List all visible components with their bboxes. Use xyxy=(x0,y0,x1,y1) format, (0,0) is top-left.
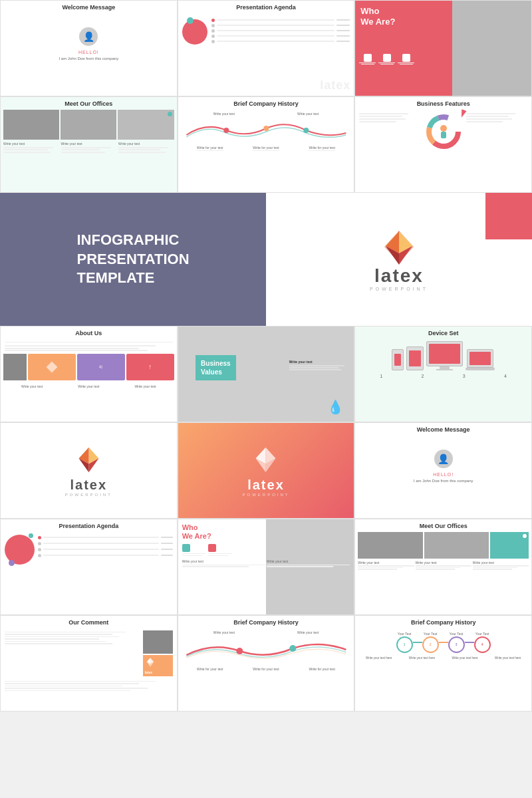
col-lines xyxy=(3,147,59,153)
agenda2-content xyxy=(1,532,177,567)
colored-boxes: ≈ ↑ xyxy=(28,354,174,380)
line-bar-2 xyxy=(336,41,350,42)
laptop-screen-wrapper xyxy=(467,349,493,368)
line xyxy=(61,149,100,150)
agenda-lines xyxy=(211,19,350,43)
office-img-2 xyxy=(424,532,489,559)
slide-content: 👤 HELLO! I am John Doe from this company xyxy=(355,436,531,514)
who-content: WhoWe Are? xyxy=(355,1,531,32)
line xyxy=(3,152,51,153)
line xyxy=(208,555,228,557)
svg-point-8 xyxy=(440,125,447,132)
agenda-dot xyxy=(211,19,215,22)
office-text-3: Write your text xyxy=(473,561,529,571)
agenda-line xyxy=(38,548,173,551)
line-bar-2 xyxy=(336,30,350,31)
line xyxy=(208,553,231,555)
banner-left: INFOGRAPHICPRESENTATIONTEMPLATE xyxy=(0,193,266,326)
dot xyxy=(38,536,41,539)
number-3: 3 xyxy=(463,374,466,378)
office-image-1 xyxy=(3,110,59,140)
office-img-3-teal xyxy=(490,532,529,559)
laptop-base xyxy=(466,368,495,370)
write-text: Write your text xyxy=(5,384,59,388)
line-bar-2 xyxy=(336,25,350,26)
feature-col xyxy=(208,544,231,556)
tl-text: Your Text xyxy=(398,632,412,636)
dot xyxy=(38,542,41,545)
write-text-row-2: Write for your text Write for your text … xyxy=(182,146,350,150)
donut-svg xyxy=(424,112,464,152)
agenda-line xyxy=(211,19,350,22)
svg-point-0 xyxy=(223,128,229,133)
agenda-dot xyxy=(211,29,215,33)
write-text-row: Write your text Write your text Write yo… xyxy=(1,383,177,390)
banner-row: INFOGRAPHICPRESENTATIONTEMPLATE latex xyxy=(0,193,532,326)
col-title: Write your text xyxy=(61,142,117,146)
slide-title: Brief Company History xyxy=(178,97,354,110)
slide-business-values: BusinessValues 💧 Write your text xyxy=(178,326,355,422)
timeline-text-cols: Write your text here Write your text her… xyxy=(355,655,531,661)
banner-right: latex POWERPOINT xyxy=(266,193,532,326)
slide-presentation-agenda-2: Presentation Agenda xyxy=(0,519,178,615)
line xyxy=(5,683,139,684)
line xyxy=(473,567,517,569)
phone-device xyxy=(392,349,404,370)
values-text: Write your text xyxy=(289,360,351,371)
slide-who-we-are-2: WhoWe Are? xyxy=(178,519,355,615)
line xyxy=(359,113,408,114)
who2-title: WhoWe Are? xyxy=(178,519,354,542)
tl-desc-3: Write your text here xyxy=(452,656,478,660)
comment-image xyxy=(143,630,173,654)
monitor-screen xyxy=(429,344,460,364)
line xyxy=(267,566,333,567)
line xyxy=(380,64,394,65)
watermark: latex xyxy=(320,78,350,92)
feature-icon xyxy=(364,54,372,62)
office-images xyxy=(1,110,177,140)
slide-latex-gradient: latex POWERPOINT xyxy=(178,422,355,519)
write-text: Write your text xyxy=(358,561,414,565)
write-text: Write your text xyxy=(61,384,116,388)
slide-about-us: About Us ≈ ↑ xyxy=(0,326,178,422)
write-text: Write for your text xyxy=(309,146,335,150)
line xyxy=(267,565,350,566)
slide-brief-company-history-2: Brief Company History Write your text Wr… xyxy=(178,615,355,712)
line xyxy=(289,365,344,366)
line-bar xyxy=(217,35,335,37)
office-col-2: Write your text xyxy=(61,142,117,153)
tl-text: Your Text xyxy=(424,632,438,636)
line xyxy=(5,643,112,644)
features-left xyxy=(359,112,420,154)
number-1: 1 xyxy=(380,374,382,378)
line xyxy=(5,690,130,692)
tl-circle-2: 2 xyxy=(422,636,439,653)
tl-desc-1: Write your text here xyxy=(366,656,392,660)
write-text: Write your text xyxy=(297,630,319,634)
agenda-line xyxy=(211,40,350,43)
line xyxy=(5,634,112,635)
timeline-circles: Your Text 1 Your Text 2 Your Text 3 Your… xyxy=(355,628,531,655)
agenda-line xyxy=(211,35,350,38)
logo-text: latex xyxy=(70,477,108,493)
hello-text: HELLO! xyxy=(78,50,99,55)
latex-diamond-logo xyxy=(379,228,419,268)
line xyxy=(400,64,413,65)
col-title: Write your text xyxy=(3,142,59,146)
office-text-1: Write your text xyxy=(358,561,414,571)
diamond-icon xyxy=(46,361,57,372)
col-title: Write your text xyxy=(118,142,174,146)
agenda2-lines xyxy=(38,536,173,565)
offices2-text: Write your text Write your text Write yo… xyxy=(355,559,531,573)
feature-item xyxy=(378,54,395,65)
teal-dot xyxy=(168,112,172,116)
history2-content: Write your text Write your text Write fo… xyxy=(178,628,354,673)
line xyxy=(358,567,402,569)
write-text: Write for your text xyxy=(253,667,279,671)
tl-circle-3: 3 xyxy=(448,636,465,653)
write-label: Write your text xyxy=(182,559,265,563)
who2-features xyxy=(178,542,354,558)
tablet-screen xyxy=(409,350,421,366)
tl-desc-2: Write your text here xyxy=(408,656,435,660)
line xyxy=(118,147,168,148)
